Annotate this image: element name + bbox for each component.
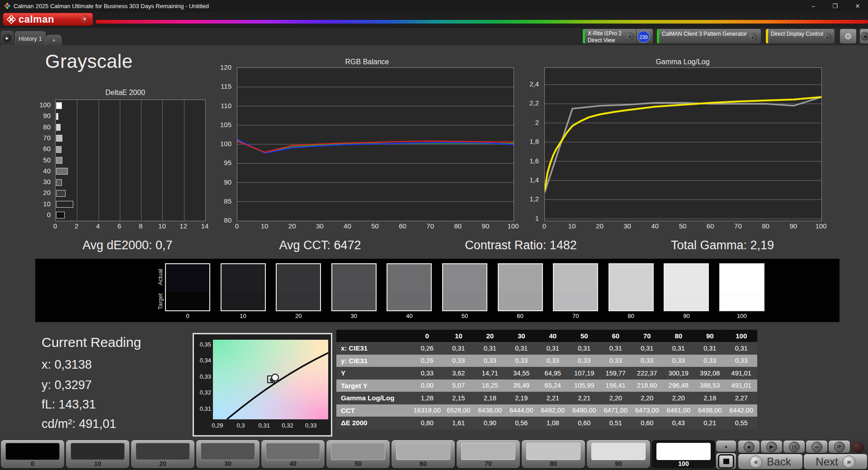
y-tick-label: 1,6 [517,157,539,165]
y-tick-label: 2,4 [517,80,539,88]
gridline [99,100,99,221]
table-column-header: 40 [537,330,569,342]
deltae-bar [56,113,58,120]
pattern-level-button-0[interactable]: 0 [1,440,64,468]
pattern-level-button-30[interactable]: 30 [196,440,259,468]
x-tick-label: 50 [371,222,379,230]
table-cell: 0,90 [474,417,506,429]
y-tick-label: 80 [210,216,231,224]
pattern-level-button-40[interactable]: 40 [261,440,325,468]
deltae-y-tick-label: 100 [25,101,51,109]
pattern-window-button[interactable] [716,453,736,469]
pattern-swatch [266,443,320,460]
grayscale-swatch [719,263,764,311]
x-tick-label: 70 [426,222,434,230]
table-cell: 6482,00 [537,404,569,417]
collapse-panel-button[interactable]: ◀ [859,28,868,44]
deltae-y-tick-label: 40 [25,167,51,175]
table-column-header: 70 [632,330,663,342]
pattern-swatch [526,443,580,460]
table-cell: 105,99 [569,380,600,392]
y-tick-label: 1,8 [517,138,539,146]
deltae-bar [56,212,65,218]
table-cell: 0,33 [506,355,538,367]
pattern-window-icon [718,454,734,469]
deltae-y-tick-label: 50 [25,156,51,164]
stat-contrast-ratio: Contrast Ratio: 1482 [465,238,577,252]
tab-history-1[interactable]: History 1 [15,31,46,46]
deltae-y-axis: 1009080706050403020100 [27,100,52,220]
display-control-dropdown[interactable]: Direct Display Control ▼ [765,28,835,44]
deltae-y-tick-label: 0 [25,211,51,219]
meter-count-badge[interactable]: 239 [637,31,650,43]
gridline [77,100,77,221]
grayscale-swatch [387,263,432,311]
x-tick-label: 20 [596,222,604,230]
pattern-level-button-100[interactable]: 100 [652,440,715,468]
stop-button[interactable]: ■ [738,441,760,453]
swatch-actual [609,264,653,292]
swatch-target [277,292,320,310]
next-button[interactable]: Next » [804,454,867,469]
x-tick-label: 60 [399,222,406,230]
pattern-level-button-80[interactable]: 80 [522,440,585,468]
pattern-level-button-20[interactable]: 20 [131,440,194,468]
y-tick-label: 2 [517,119,539,127]
minimize-button[interactable]: – [804,0,823,12]
play-icon: ▶ [3,34,11,42]
pattern-level-button-90[interactable]: 90 [587,440,650,468]
table-cell: 0,31 [537,342,569,355]
pattern-level-label: 20 [131,460,194,467]
pattern-generator-dropdown[interactable]: CalMAN Client 3 Pattern Generator ▼ [656,28,761,44]
display-control-status-stripe [766,29,768,43]
cie-y-tick-label: 0,35 [195,341,211,348]
pattern-level-button-50[interactable]: 50 [326,440,390,468]
swatch-target [499,292,542,310]
settings-button[interactable]: ⚙ [840,28,857,44]
swatch-target [665,292,708,310]
close-button[interactable]: ✕ [848,0,867,12]
stop-button-icon: ■ [744,442,755,452]
single-measure-button[interactable]: [•] [783,441,805,453]
window-title: Calman 2025 Calman Ultimate for Business… [14,0,209,12]
titlebar: Calman 2025 Calman Ultimate for Business… [0,0,868,12]
cie-chart-panel: 0,350,340,330,320,310,290,30,310,320,33 [193,333,332,437]
y-tick-label: 100 [210,140,231,148]
restore-button[interactable]: ❐ [826,0,844,12]
current-reading-title: Current Reading [42,335,141,350]
pattern-level-button-70[interactable]: 70 [457,440,520,468]
swatch-actual [222,264,265,292]
table-cell: 6528,00 [443,404,475,417]
swatch-actual [332,264,376,292]
table-cell: 6473,00 [632,404,663,417]
page-title: Grayscale [45,51,133,72]
grayscale-swatch [609,263,654,311]
pattern-level-label: 80 [522,460,585,467]
continuous-measure-button[interactable]: ∞ [806,441,827,453]
refresh-button[interactable]: ⟳ [829,441,850,453]
swatch-label: 90 [664,313,709,319]
cie-x-tick-label: 0,29 [212,422,223,429]
table-cell: 0,26 [411,355,443,367]
rgb-plot [237,67,514,221]
add-tab-button[interactable]: + [46,35,61,46]
table-cell: 218,60 [632,380,663,392]
back-button[interactable]: « Back [738,454,802,469]
play-button[interactable]: ▶ [761,441,782,453]
calman-menu-button[interactable]: calman ▼ [3,13,93,26]
pattern-swatch [656,443,711,460]
pattern-level-button-60[interactable]: 60 [392,440,455,468]
table-cell: 0,33 [537,355,569,367]
current-reading-y: y: 0,3297 [42,378,92,392]
collapse-tray-button[interactable]: ▲ [716,441,736,452]
cie-x-tick-label: 0,32 [282,422,293,429]
pattern-level-button-10[interactable]: 10 [66,440,129,468]
meter-mode: Direct View [588,37,615,43]
sidebar-toggle-button[interactable]: ▶ [1,31,14,45]
pattern-generator-status-stripe [657,29,659,43]
table-cell: 0,33 [600,355,632,367]
calman-diamond-icon [7,15,16,24]
cie-x-tick-label: 0,3 [237,422,245,429]
table-cell: 2,20 [632,392,663,404]
table-column-header: 50 [569,330,600,342]
